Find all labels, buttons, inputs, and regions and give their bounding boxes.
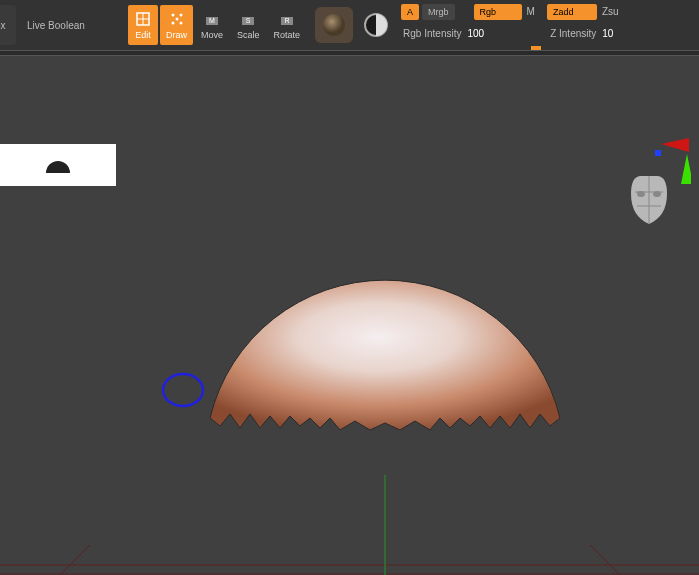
svg-text:R: R	[284, 17, 289, 24]
svg-point-18	[653, 191, 661, 197]
move-icon: M	[203, 10, 221, 28]
live-boolean-button[interactable]: Live Boolean	[19, 5, 117, 45]
tool-thumbnail[interactable]	[0, 144, 116, 186]
axis-z-dot[interactable]	[655, 150, 661, 156]
navigation-gizmo[interactable]	[611, 136, 691, 236]
mesh-dome[interactable]	[195, 178, 575, 438]
draw-button[interactable]: Draw	[160, 5, 193, 45]
scale-icon: S	[239, 10, 257, 28]
svg-line-23	[590, 545, 620, 575]
edit-button[interactable]: Edit	[128, 5, 158, 45]
rotate-label: Rotate	[274, 30, 301, 40]
a-chip[interactable]: A	[401, 4, 419, 20]
viewport[interactable]	[0, 56, 699, 575]
axis-y-arrow[interactable]	[681, 154, 691, 184]
edit-icon	[134, 10, 152, 28]
axis-x-arrow[interactable]	[661, 138, 689, 152]
zadd-chip[interactable]: Zadd	[547, 4, 597, 20]
sphere-icon	[321, 12, 347, 38]
box-button[interactable]: Box	[0, 5, 16, 45]
move-button[interactable]: M Move	[195, 5, 229, 45]
bw-sphere-button[interactable]	[357, 7, 395, 43]
m-chip[interactable]: M	[527, 6, 535, 17]
svg-point-7	[179, 14, 182, 17]
rgb-chip[interactable]: Rgb	[474, 4, 522, 20]
zsu-chip[interactable]: Zsu	[602, 6, 619, 17]
svg-point-17	[637, 191, 645, 197]
intensity-panel: A Mrgb Rgb M Zadd Zsu Rgb Intensity 100 …	[401, 1, 623, 50]
bw-sphere-icon	[363, 12, 389, 38]
svg-line-22	[60, 545, 90, 575]
scale-button[interactable]: S Scale	[231, 5, 266, 45]
rgb-intensity-label: Rgb Intensity	[403, 28, 461, 39]
svg-point-4	[175, 18, 178, 21]
rgb-intensity-value: 100	[467, 28, 484, 39]
svg-point-6	[171, 22, 174, 25]
move-label: Move	[201, 30, 223, 40]
edit-label: Edit	[135, 30, 151, 40]
z-intensity-label: Z Intensity	[550, 28, 596, 39]
scale-label: Scale	[237, 30, 260, 40]
head-gizmo-icon[interactable]	[631, 176, 667, 224]
rotate-button[interactable]: R Rotate	[268, 5, 307, 45]
floor-grid	[0, 475, 699, 575]
svg-point-14	[323, 14, 345, 36]
svg-text:S: S	[246, 17, 251, 24]
rotate-icon: R	[278, 10, 296, 28]
svg-point-5	[179, 22, 182, 25]
svg-text:M: M	[209, 17, 215, 24]
top-toolbar: Box Live Boolean Edit Draw M Move S Scal…	[0, 0, 699, 50]
material-sphere-button[interactable]	[315, 7, 353, 43]
draw-label: Draw	[166, 30, 187, 40]
mrgb-chip[interactable]: Mrgb	[422, 4, 455, 20]
draw-icon	[168, 10, 186, 28]
z-intensity-value: 10	[602, 28, 613, 39]
dome-thumb-icon	[43, 153, 73, 177]
svg-point-3	[171, 14, 174, 17]
